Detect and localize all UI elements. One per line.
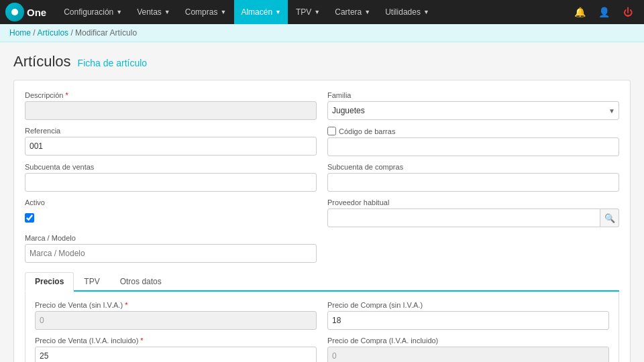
label-proveedor-habitual: Proveedor habitual xyxy=(327,198,619,206)
navbar-menu: Configuración ▼ Ventas ▼ Compras ▼ Almac… xyxy=(57,0,569,24)
label-precio-venta-sin-iva: Precio de Venta (sin I.V.A.) * xyxy=(35,301,317,309)
group-activo: Activo xyxy=(25,198,317,227)
input-codigo-barras[interactable] xyxy=(327,137,619,156)
familia-select-wrapper: Juguetes ▼ xyxy=(327,101,619,120)
tab-otros-datos[interactable]: Otros datos xyxy=(110,272,172,290)
main-content: Artículos Ficha de artículo Descripción … xyxy=(0,42,644,362)
input-referencia[interactable] xyxy=(25,137,317,156)
label-familia: Familia xyxy=(327,91,619,99)
group-precio-compra-sin-iva: Precio de Compra (sin I.V.A.) xyxy=(327,301,609,330)
label-marca-modelo: Marca / Modelo xyxy=(25,234,317,242)
group-proveedor-habitual: Proveedor habitual 🔍 xyxy=(327,198,619,227)
label-precio-compra-iva: Precio de Compra (I.V.A. incluido) xyxy=(327,337,609,345)
row-subcuentas: Subcuenta de ventas Subcuenta de compras xyxy=(25,163,619,192)
input-precio-compra-sin-iva[interactable] xyxy=(327,311,609,330)
input-precio-venta-sin-iva[interactable] xyxy=(35,311,317,330)
input-subcuenta-compras[interactable] xyxy=(327,173,619,192)
nav-item-ventas[interactable]: Ventas ▼ xyxy=(130,0,177,24)
nav-item-cartera[interactable]: Cartera ▼ xyxy=(328,0,377,24)
breadcrumb: Home / Artículos / Modificar Artículo xyxy=(0,24,644,42)
input-precio-venta-iva[interactable] xyxy=(35,347,317,362)
group-subcuenta-ventas: Subcuenta de ventas xyxy=(25,163,317,192)
brand[interactable]: One xyxy=(5,3,46,21)
group-precio-compra-iva: Precio de Compra (I.V.A. incluido) xyxy=(327,337,609,362)
label-codigo-barras: Código de barras xyxy=(327,127,619,135)
input-precio-compra-iva[interactable] xyxy=(327,347,609,362)
row-descripcion-familia: Descripción * Familia Juguetes ▼ xyxy=(25,91,619,120)
navbar: One Configuración ▼ Ventas ▼ Compras ▼ A… xyxy=(0,0,644,24)
brand-name: One xyxy=(27,7,46,18)
nav-item-utilidades[interactable]: Utilidades ▼ xyxy=(378,0,436,24)
tab-content-precios: Precio de Venta (sin I.V.A.) * Precio de… xyxy=(25,292,619,362)
tabs-container: Precios TPV Otros datos xyxy=(25,272,619,292)
input-descripcion[interactable] xyxy=(25,101,317,120)
label-subcuenta-ventas: Subcuenta de ventas xyxy=(25,163,317,171)
search-button-proveedor[interactable]: 🔍 xyxy=(600,208,619,227)
logo-icon xyxy=(5,3,24,21)
label-referencia: Referencia xyxy=(25,127,317,135)
breadcrumb-current: Modificar Artículo xyxy=(75,28,137,38)
group-codigo-barras: Código de barras xyxy=(327,127,619,156)
tab-precios[interactable]: Precios xyxy=(25,272,74,292)
group-descripcion: Descripción * xyxy=(25,91,317,120)
label-subcuenta-compras: Subcuenta de compras xyxy=(327,163,619,171)
row-precios-con-iva: Precio de Venta (I.V.A. incluido) * Prec… xyxy=(35,337,609,362)
group-precio-venta-sin-iva: Precio de Venta (sin I.V.A.) * xyxy=(35,301,317,330)
user-icon[interactable]: 👤 xyxy=(593,1,614,23)
row-referencia-barras: Referencia Código de barras xyxy=(25,127,619,156)
page-subtitle: Ficha de artículo xyxy=(78,58,148,68)
chevron-down-icon: ▼ xyxy=(116,9,122,15)
breadcrumb-articulos[interactable]: Artículos xyxy=(37,28,68,38)
nav-item-compras[interactable]: Compras ▼ xyxy=(178,0,233,24)
breadcrumb-home[interactable]: Home xyxy=(9,28,31,38)
tab-tpv[interactable]: TPV xyxy=(74,272,109,290)
chevron-down-icon: ▼ xyxy=(364,9,370,15)
page-title-area: Artículos Ficha de artículo xyxy=(13,53,631,70)
chevron-down-icon: ▼ xyxy=(314,9,320,15)
label-precio-venta-iva: Precio de Venta (I.V.A. incluido) * xyxy=(35,337,317,345)
search-icon: 🔍 xyxy=(604,213,615,223)
nav-item-tpv[interactable]: TPV ▼ xyxy=(289,0,327,24)
page-title: Artículos xyxy=(13,53,71,70)
select-familia[interactable]: Juguetes xyxy=(327,101,619,120)
form-card: Descripción * Familia Juguetes ▼ Referen… xyxy=(13,80,631,362)
group-subcuenta-compras: Subcuenta de compras xyxy=(327,163,619,192)
label-precio-compra-sin-iva: Precio de Compra (sin I.V.A.) xyxy=(327,301,609,309)
input-subcuenta-ventas[interactable] xyxy=(25,173,317,192)
group-marca-modelo: Marca / Modelo xyxy=(25,234,317,263)
checkbox-codigo-barras[interactable] xyxy=(327,127,336,135)
activo-checkbox-wrapper xyxy=(25,208,317,227)
power-icon[interactable]: ⏻ xyxy=(617,1,639,23)
input-proveedor-habitual[interactable] xyxy=(327,208,600,227)
group-referencia: Referencia xyxy=(25,127,317,156)
navbar-right: 🔔 👤 ⏻ xyxy=(569,1,639,23)
row-marca-modelo: Marca / Modelo xyxy=(25,234,619,263)
input-marca-modelo[interactable] xyxy=(25,244,317,263)
checkbox-activo[interactable] xyxy=(25,213,34,223)
chevron-down-icon: ▼ xyxy=(220,9,226,15)
chevron-down-icon: ▼ xyxy=(275,9,281,15)
group-empty xyxy=(327,234,619,263)
nav-item-configuracion[interactable]: Configuración ▼ xyxy=(57,0,129,24)
bell-icon[interactable]: 🔔 xyxy=(569,1,590,23)
label-descripcion: Descripción * xyxy=(25,91,317,99)
chevron-down-icon: ▼ xyxy=(164,9,170,15)
row-precios-sin-iva: Precio de Venta (sin I.V.A.) * Precio de… xyxy=(35,301,609,330)
group-familia: Familia Juguetes ▼ xyxy=(327,91,619,120)
proveedor-input-group: 🔍 xyxy=(327,208,619,227)
row-activo-proveedor: Activo Proveedor habitual 🔍 xyxy=(25,198,619,227)
nav-item-almacen[interactable]: Almacén ▼ xyxy=(234,0,288,24)
label-activo: Activo xyxy=(25,198,317,206)
group-precio-venta-iva: Precio de Venta (I.V.A. incluido) * xyxy=(35,337,317,362)
chevron-down-icon: ▼ xyxy=(423,9,429,15)
